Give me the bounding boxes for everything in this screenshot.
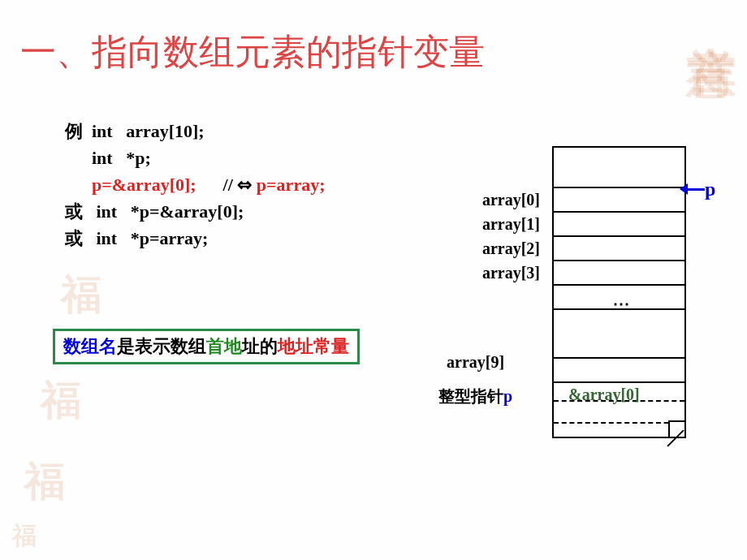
label-or-2: 或 <box>65 228 97 248</box>
int-pointer-label: 整型指针p <box>438 386 512 407</box>
page-fold-icon <box>668 420 684 437</box>
code-assign-alt: p=array; <box>252 174 325 195</box>
label-example: 例 <box>65 121 92 141</box>
code-line-3: 例 p=&array[0]; // ⇔ p=array; <box>65 171 325 198</box>
code-decl-array: int array[10]; <box>92 121 205 141</box>
note-first-addr: 首地 <box>206 336 242 356</box>
code-line-4: 或 int *p=&array[0]; <box>65 198 325 225</box>
ptr-label-p: p <box>503 387 512 405</box>
label-array-9: array[9] <box>447 353 504 372</box>
code-line-2: 例 int *p; <box>65 144 325 171</box>
label-array-2: array[2] <box>463 239 540 258</box>
code-decl-init-1: int *p=&array[0]; <box>97 201 244 222</box>
mem-row-5 <box>554 334 684 359</box>
mem-row-3 <box>554 261 684 286</box>
vertical-dots-icon: ⋮ <box>612 296 632 311</box>
mem-row-1 <box>554 213 684 237</box>
ptr-label-text: 整型指针 <box>438 387 503 405</box>
note-const-addr: 地址常量 <box>278 336 349 356</box>
watermark-seal-2: 福 <box>41 373 81 428</box>
comment-slash: // <box>223 174 238 195</box>
note-box: 数组名是表示数组首地址的地址常量 <box>53 329 360 364</box>
equiv-symbol: ⇔ <box>237 174 252 195</box>
note-text-1: 是表示数组 <box>117 336 206 356</box>
pointer-p-label: p <box>705 179 715 200</box>
code-decl-init-2: int *p=array; <box>97 228 209 248</box>
watermark-seal-4: 福 <box>12 519 37 553</box>
mem-row-2 <box>554 237 684 261</box>
note-array-name: 数组名 <box>63 336 117 356</box>
note-text-2: 址的 <box>242 336 278 356</box>
code-block: 例 int array[10]; 例 int *p; 例 p=&array[0]… <box>65 118 325 252</box>
slide-title: 一、指向数组元素的指针变量 <box>20 28 485 76</box>
mem-row-0 <box>554 188 684 213</box>
label-array-1: array[1] <box>463 215 540 234</box>
code-decl-pointer: int *p; <box>92 148 151 168</box>
watermark-seal-1: 福 <box>61 268 101 322</box>
label-or-1: 或 <box>65 201 97 222</box>
code-line-5: 或 int *p=array; <box>65 225 325 252</box>
code-assign: p=&array[0]; <box>92 174 196 195</box>
arrow-left-icon <box>680 183 688 195</box>
code-line-1: 例 int array[10]; <box>65 118 325 144</box>
pointer-value: &array[0] <box>568 386 640 404</box>
label-array-0: array[0] <box>463 191 540 209</box>
memory-diagram: array[0] array[1] array[2] array[3] ⋮ ar… <box>471 146 698 471</box>
watermark-seal-3: 福 <box>24 454 65 509</box>
label-array-3: array[3] <box>463 264 540 282</box>
mem-row-spacer <box>554 164 684 188</box>
